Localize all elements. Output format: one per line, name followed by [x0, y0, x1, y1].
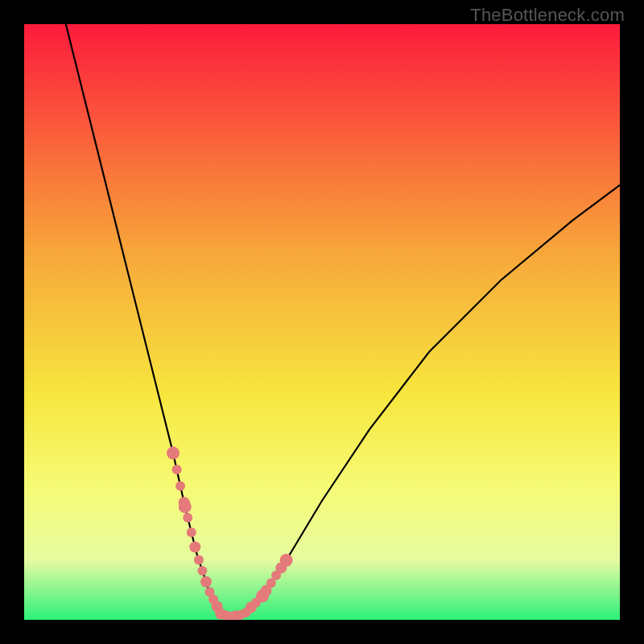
chart-frame: TheBottleneck.com — [0, 0, 644, 644]
curve-marker-dot — [256, 589, 269, 602]
curve-marker-dot — [183, 513, 192, 522]
bottleneck-chart — [24, 24, 620, 620]
curve-marker-dot — [197, 566, 207, 576]
curve-marker-dot — [175, 481, 185, 491]
curve-marker-dot — [187, 527, 196, 537]
curve-marker-dot — [194, 555, 204, 564]
curve-marker-dot — [172, 464, 182, 474]
curve-marker-dot — [189, 542, 200, 553]
curve-marker-dot — [280, 554, 293, 567]
gradient-background — [24, 24, 620, 620]
curve-marker-dot — [200, 576, 212, 588]
plot-area — [24, 24, 620, 620]
curve-marker-dot — [167, 447, 180, 460]
curve-marker-dot — [179, 500, 192, 513]
watermark-text: TheBottleneck.com — [470, 5, 625, 26]
